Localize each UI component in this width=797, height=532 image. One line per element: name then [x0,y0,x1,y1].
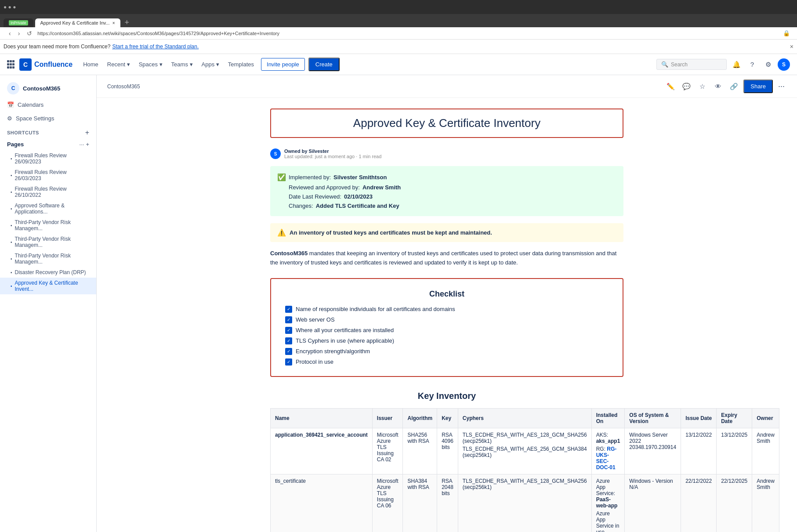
pages-more-btn[interactable]: ··· [80,141,84,148]
sidebar-workspace[interactable]: C ContosoM365 [0,75,96,98]
more-btn[interactable]: ··· [776,80,786,93]
sidebar-page-vendor3[interactable]: Third-Party Vendor Risk Managem... [0,250,96,267]
pages-add-btn[interactable]: + [86,141,89,148]
url-bar[interactable]: https://contosom365.atlassian.net/wiki/s… [37,31,779,36]
row2-installed-note: Azure App Service in use [596,510,620,532]
topnav-home[interactable]: Home [80,58,102,70]
sidebar-page-drp[interactable]: Disaster Recovery Plan (DRP) [0,267,96,278]
checklist-item-2: ✓ Web server OS [285,316,609,323]
create-btn[interactable]: Create [308,58,340,71]
col-expiry-date: Expiry Date [717,408,752,428]
implemented-value: Silvester Smithtson [333,174,387,181]
pages-section-header: Pages ··· + [0,138,96,150]
back-btn[interactable]: ‹ [7,29,13,38]
author-owned: Owned by Silvester [284,148,381,154]
workspace-title: ContosoM365 [23,85,60,92]
edit-icon[interactable]: ✏️ [664,80,677,93]
help-icon[interactable]: ? [746,58,758,71]
browser-controls[interactable]: ● ● ● [4,4,16,10]
col-os: OS of System & Version [625,408,681,428]
confluence-logo-text: Confluence [34,61,72,69]
row1-installed: AKS: aks_app1 RG: RG-UKS-SEC-DOC-01 [591,428,625,474]
row1-algorithm: SHA256 with RSA [403,428,437,474]
new-tab-btn[interactable]: + [122,18,132,27]
forward-btn[interactable]: › [16,29,22,38]
topnav-teams[interactable]: Teams ▾ [168,58,196,70]
row1-os: Windows Server 2022 20348.1970.230914 [625,428,681,474]
warning-icon: ⚠️ [277,228,286,237]
main-actions: ✏️ 💬 ☆ 👁 🔗 Share ··· [664,80,786,93]
banner-close-btn[interactable]: × [790,43,793,50]
row2-owner: Andrew Smith [752,474,779,532]
row1-owner: Andrew Smith [752,428,779,474]
key-inventory-table: Name Issuer Algorithm Key Cyphers Instal… [270,408,779,532]
settings-icon: ⚙ [7,115,12,122]
sidebar-page-firewall2[interactable]: Firewall Rules Review 26/03/2023 [0,167,96,184]
implemented-label: Implemented by: [289,174,331,181]
info-implemented: ✅ Implemented by: Silvester Smithtson [277,173,616,181]
checkbox-5: ✓ [285,348,292,355]
topnav-spaces[interactable]: Spaces ▾ [135,58,166,70]
app-layout: C ContosoM365 📅 Calendars ⚙ Space Settin… [0,75,797,532]
topnav-templates[interactable]: Templates [225,58,257,70]
upgrade-banner: Does your team need more from Confluence… [0,40,797,54]
warning-box: ⚠️ An inventory of trusted keys and cert… [270,223,623,242]
refresh-btn[interactable]: ↺ [25,29,34,38]
row1-key: RSA 4096 bits [437,428,458,474]
row2-cyphers: TLS_ECDHE_RSA_WITH_AES_128_GCM_SHA256 (s… [458,474,591,532]
sidebar-settings-label: Space Settings [16,115,54,122]
row1-os-version: 20348.1970.230914 [629,444,676,450]
grid-icon[interactable] [7,60,16,69]
page-title: Approved Key & Certificate Inventory [282,116,612,130]
topnav-search-box[interactable]: 🔍 Search [656,59,727,70]
date-label: Date Last Reviewed: [289,193,341,200]
sidebar-item-settings[interactable]: ⚙ Space Settings [0,112,96,125]
user-avatar[interactable]: S [778,58,790,71]
checklist-label-3: Where all your certificates are installe… [296,327,394,333]
col-owner: Owner [752,408,779,428]
sidebar: C ContosoM365 📅 Calendars ⚙ Space Settin… [0,75,97,532]
changes-value: Added TLS Certificate and Key [316,203,399,209]
watch-icon[interactable]: 👁 [712,80,724,93]
sidebar-page-vendor1[interactable]: Third-Party Vendor Risk Managem... [0,217,96,234]
sidebar-page-certificate[interactable]: Approved Key & Certificate Invent... [0,278,96,294]
star-icon[interactable]: ☆ [696,80,708,93]
calendar-icon: 📅 [7,101,14,108]
confluence-logo[interactable]: C Confluence [19,58,72,71]
sidebar-page-firewall1[interactable]: Firewall Rules Review 26/09/2023 [0,150,96,167]
browser-tab-active[interactable]: Approved Key & Certificate Inv... × [35,18,120,27]
invite-people-btn[interactable]: Invite people [261,58,305,71]
author-meta: Last updated: just a moment ago · 1 min … [284,154,381,159]
browser-tab-inprivate[interactable]: InPrivate [4,18,33,27]
col-cyphers: Cyphers [458,408,591,428]
breadcrumb[interactable]: ContosoM365 [107,83,140,90]
shortcuts-add-btn[interactable]: + [85,129,89,137]
settings-icon[interactable]: ⚙ [762,58,774,71]
checklist-item-6: ✓ Protocol in use [285,358,609,366]
col-issuer: Issuer [372,408,403,428]
tab-close-icon[interactable]: × [112,21,115,25]
copy-link-icon[interactable]: 🔗 [728,80,740,93]
sidebar-item-calendars[interactable]: 📅 Calendars [0,98,96,112]
comment-icon[interactable]: 💬 [680,80,692,93]
banner-link[interactable]: Start a free trial of the Standard plan. [112,43,199,50]
checkbox-4: ✓ [285,337,292,344]
checklist-label-5: Encryption strength/algorithm [296,348,370,355]
key-inventory-title: Key Inventory [270,391,623,401]
notifications-icon[interactable]: 🔔 [730,58,743,71]
share-btn[interactable]: Share [743,80,773,93]
sidebar-page-vendor2[interactable]: Third-Party Vendor Risk Managem... [0,234,96,250]
row1-expiry-date: 13/12/2025 [717,428,752,474]
row1-cyphers: TLS_ECDHE_RSA_WITH_AES_128_GCM_SHA256 (s… [458,428,591,474]
topnav-apps[interactable]: Apps ▾ [198,58,223,70]
info-changes: Changes: Added TLS Certificate and Key [277,203,616,209]
info-date: Date Last Reviewed: 02/10/2023 [277,193,616,200]
topnav-icons: 🔔 ? ⚙ S [730,58,790,71]
row1-cypher1: TLS_ECDHE_RSA_WITH_AES_128_GCM_SHA256 (s… [463,432,587,444]
checklist-item-3: ✓ Where all your certificates are instal… [285,327,609,334]
browser-extra-icons: 🔒 [783,30,790,36]
sidebar-page-firewall3[interactable]: Firewall Rules Review 26/10/2022 [0,184,96,200]
row2-issue-date: 22/12/2022 [681,474,717,532]
sidebar-page-software[interactable]: Approved Software & Applications... [0,200,96,217]
topnav-recent[interactable]: Recent ▾ [104,58,134,70]
